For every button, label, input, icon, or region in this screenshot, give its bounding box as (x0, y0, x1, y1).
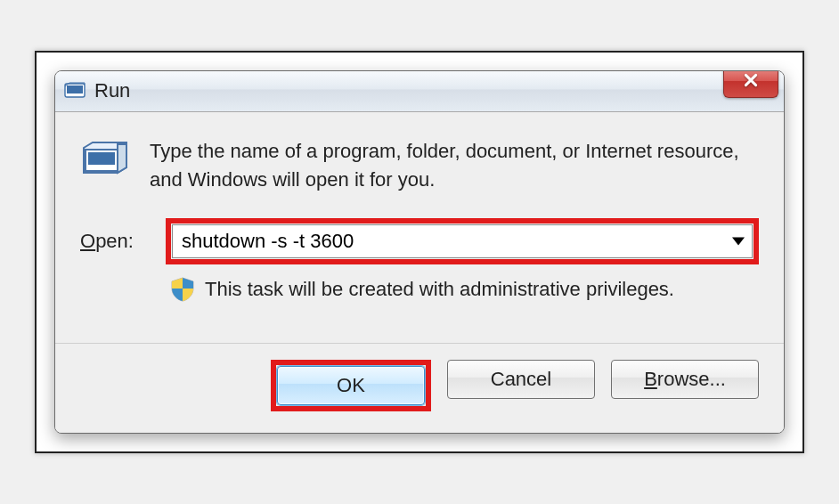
run-program-icon (80, 139, 130, 182)
svg-rect-3 (88, 152, 115, 165)
run-title-icon (64, 82, 86, 100)
browse-button[interactable]: Browse... (611, 360, 759, 399)
screenshot-frame: Run Type the na (35, 51, 804, 454)
admin-note-row: This task will be created with administr… (80, 277, 759, 302)
open-combobox[interactable] (172, 224, 753, 258)
open-label: Open: (80, 230, 150, 253)
button-row: OK Cancel Browse... (55, 343, 784, 433)
cancel-button[interactable]: Cancel (447, 360, 595, 399)
close-icon (743, 72, 759, 92)
close-button[interactable] (723, 70, 778, 98)
uac-shield-icon (171, 277, 194, 302)
window-title: Run (94, 79, 130, 102)
admin-note-text: This task will be created with administr… (205, 278, 674, 301)
dialog-body: Type the name of a program, folder, docu… (55, 112, 784, 344)
run-dialog-window: Run Type the na (54, 70, 785, 435)
ok-button-highlight: OK (271, 360, 431, 411)
open-row: Open: (80, 218, 759, 264)
description-text: Type the name of a program, folder, docu… (150, 137, 759, 194)
ok-button[interactable]: OK (277, 366, 425, 405)
open-field-highlight (166, 218, 759, 264)
svg-rect-1 (67, 85, 83, 93)
open-input[interactable] (182, 230, 721, 253)
titlebar[interactable]: Run (55, 71, 784, 112)
info-row: Type the name of a program, folder, docu… (80, 137, 759, 194)
chevron-down-icon[interactable] (732, 238, 745, 246)
